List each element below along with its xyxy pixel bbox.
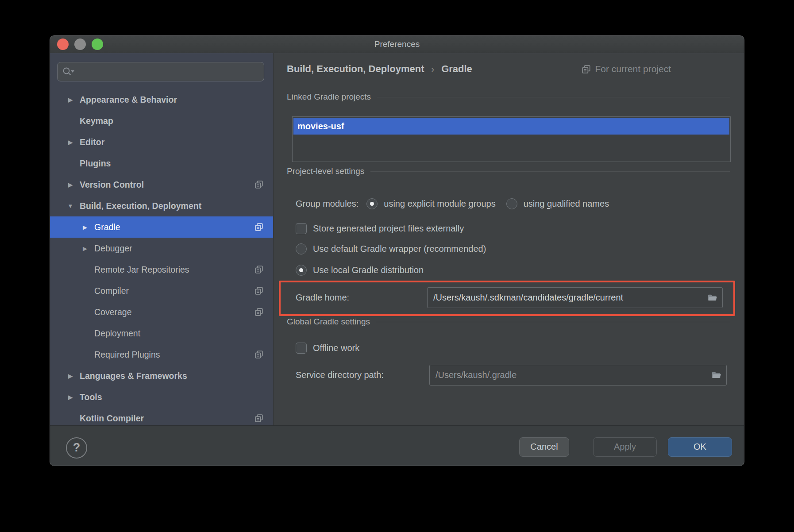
sidebar-item-coverage[interactable]: Coverage: [50, 301, 273, 323]
help-button[interactable]: ?: [66, 437, 87, 459]
gradle-home-field[interactable]: /Users/kaush/.sdkman/candidates/gradle/c…: [427, 287, 723, 308]
sidebar-item-label: Compiler: [94, 286, 129, 296]
settings-sidebar: Appearance & Behavior Keymap Editor Plug…: [50, 53, 274, 425]
expand-arrow-icon[interactable]: [66, 181, 74, 188]
window-title: Preferences: [50, 36, 744, 52]
section-divider: [370, 171, 730, 172]
traffic-lights: [57, 39, 103, 50]
apply-button[interactable]: Apply: [593, 437, 657, 457]
radio-qualified-names[interactable]: [506, 198, 517, 209]
expand-arrow-icon[interactable]: [81, 224, 89, 231]
checkbox-offline-work[interactable]: [296, 343, 307, 354]
sidebar-item-label: Required Plugins: [94, 350, 160, 360]
sidebar-item-label: Coverage: [94, 307, 132, 317]
radio-local-gradle-distribution[interactable]: [296, 265, 307, 276]
minimize-window-button[interactable]: [74, 39, 86, 50]
breadcrumb: Build, Execution, Deployment › Gradle Fo…: [287, 60, 730, 78]
sidebar-item-tools[interactable]: Tools: [50, 386, 273, 408]
radio-explicit-module-groups[interactable]: [366, 198, 378, 209]
radio-qualified-names-label: using qualified names: [524, 199, 609, 209]
sidebar-item-gradle[interactable]: Gradle: [50, 216, 273, 238]
sidebar-item-languages-frameworks[interactable]: Languages & Frameworks: [50, 365, 273, 386]
section-project-level-settings: Project-level settings: [287, 166, 730, 176]
search-icon: [62, 66, 76, 77]
gradle-home-label: Gradle home:: [296, 287, 349, 308]
section-title: Project-level settings: [287, 166, 364, 176]
desktop-background: Preferences Appearance & Behavior: [0, 0, 794, 532]
ok-button[interactable]: OK: [668, 437, 732, 457]
checkbox-store-generated-externally[interactable]: [296, 223, 307, 234]
sidebar-item-compiler[interactable]: Compiler: [50, 280, 273, 301]
per-project-icon: [254, 308, 263, 316]
sidebar-item-plugins[interactable]: Plugins: [50, 153, 273, 174]
per-project-icon: [254, 350, 263, 359]
sidebar-item-debugger[interactable]: Debugger: [50, 238, 273, 259]
sidebar-item-label: Deployment: [94, 328, 140, 339]
zoom-window-button[interactable]: [92, 39, 103, 50]
service-directory-value: /Users/kaush/.gradle: [436, 370, 712, 380]
sidebar-item-version-control[interactable]: Version Control: [50, 174, 273, 195]
sidebar-item-build-execution-deployment[interactable]: Build, Execution, Deployment: [50, 195, 273, 216]
settings-search-input[interactable]: [57, 62, 264, 81]
radio-default-gradle-wrapper[interactable]: [296, 243, 307, 254]
sidebar-item-label: Debugger: [94, 243, 132, 254]
group-modules-label: Group modules:: [296, 199, 358, 209]
expand-arrow-icon[interactable]: [66, 96, 74, 103]
section-title: Global Gradle settings: [287, 317, 370, 327]
section-divider: [377, 97, 730, 97]
collapse-arrow-icon[interactable]: [66, 203, 74, 209]
window-titlebar: Preferences: [50, 36, 744, 53]
offline-work-row: Offline work: [296, 343, 359, 354]
service-directory-field[interactable]: /Users/kaush/.gradle: [429, 365, 727, 386]
per-project-icon: [582, 65, 591, 74]
sidebar-item-label: Tools: [80, 392, 102, 402]
radio-label: Use default Gradle wrapper (recommended): [313, 244, 486, 254]
service-directory-label: Service directory path:: [296, 365, 384, 386]
sidebar-item-keymap[interactable]: Keymap: [50, 110, 273, 131]
section-divider: [376, 322, 730, 322]
breadcrumb-parent: Build, Execution, Deployment: [287, 63, 424, 75]
sidebar-item-deployment[interactable]: Deployment: [50, 323, 273, 344]
checkbox-label: Store generated project files externally: [313, 224, 464, 234]
linked-projects-list[interactable]: movies-usf: [292, 116, 731, 162]
per-project-icon: [254, 223, 263, 231]
folder-icon[interactable]: [712, 371, 721, 379]
sidebar-item-required-plugins[interactable]: Required Plugins: [50, 344, 273, 365]
sidebar-item-label: Gradle: [94, 222, 120, 232]
section-linked-gradle-projects: Linked Gradle projects: [287, 92, 730, 102]
chevron-down-icon: [71, 70, 74, 73]
sidebar-item-label: Appearance & Behavior: [80, 95, 177, 105]
sidebar-item-label: Remote Jar Repositories: [94, 265, 189, 275]
sidebar-item-label: Plugins: [80, 158, 111, 169]
radio-label: Use local Gradle distribution: [313, 265, 424, 275]
checkbox-label: Offline work: [313, 343, 359, 353]
per-project-icon: [254, 414, 263, 423]
scope-label: For current project: [595, 64, 671, 74]
store-externally-row: Store generated project files externally: [296, 223, 464, 234]
sidebar-item-appearance-behavior[interactable]: Appearance & Behavior: [50, 89, 273, 110]
sidebar-item-label: Version Control: [80, 180, 144, 190]
list-item-selected[interactable]: movies-usf: [293, 118, 729, 135]
folder-icon[interactable]: [708, 294, 717, 301]
gradle-home-value: /Users/kaush/.sdkman/candidates/gradle/c…: [433, 293, 708, 303]
close-window-button[interactable]: [57, 39, 69, 50]
section-title: Linked Gradle projects: [287, 92, 371, 102]
use-local-distribution-row: Use local Gradle distribution: [296, 265, 424, 276]
sidebar-item-remote-jar-repositories[interactable]: Remote Jar Repositories: [50, 259, 273, 280]
expand-arrow-icon[interactable]: [66, 373, 74, 379]
sidebar-item-kotlin-compiler[interactable]: Kotlin Compiler: [50, 408, 273, 425]
sidebar-item-label: Build, Execution, Deployment: [80, 201, 201, 211]
dialog-footer: ? Cancel Apply OK: [50, 425, 744, 466]
expand-arrow-icon[interactable]: [66, 394, 74, 401]
group-modules-row: Group modules: using explicit module gro…: [296, 198, 609, 209]
preferences-dialog: Preferences Appearance & Behavior: [50, 35, 744, 466]
sidebar-item-label: Languages & Frameworks: [80, 371, 187, 381]
settings-content-panel: Build, Execution, Deployment › Gradle Fo…: [274, 53, 744, 425]
sidebar-item-label: Kotlin Compiler: [80, 413, 144, 424]
sidebar-item-editor[interactable]: Editor: [50, 131, 273, 153]
expand-arrow-icon[interactable]: [81, 245, 89, 252]
settings-tree: Appearance & Behavior Keymap Editor Plug…: [50, 89, 273, 425]
expand-arrow-icon[interactable]: [66, 139, 74, 146]
cancel-button[interactable]: Cancel: [519, 437, 569, 457]
use-wrapper-row: Use default Gradle wrapper (recommended): [296, 243, 486, 254]
